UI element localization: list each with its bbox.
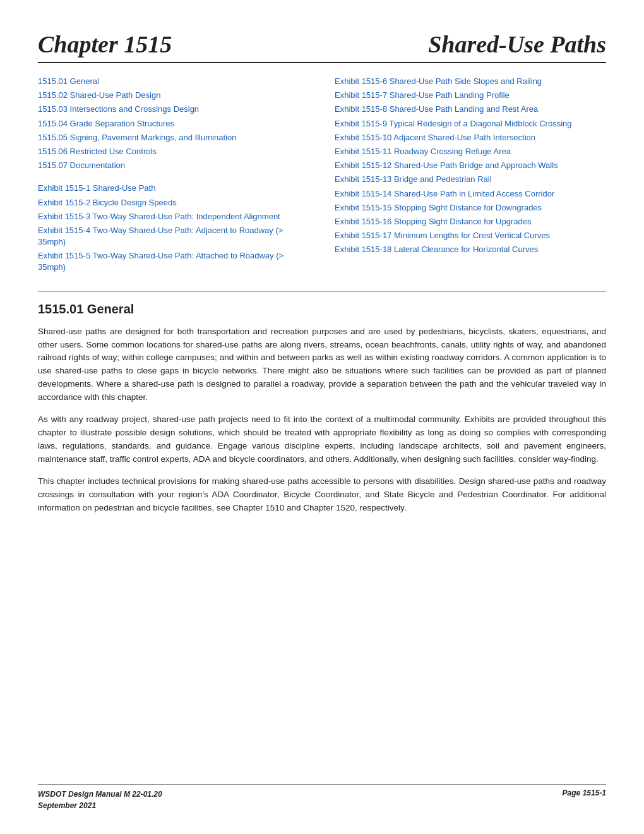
page: Chapter 1515 Shared-Use Paths 1515.01 Ge… <box>0 0 644 834</box>
toc-exhibit-1[interactable]: Exhibit 1515-1 Shared-Use Path <box>38 183 309 194</box>
toc-section: 1515.01 General 1515.02 Shared-Use Path … <box>38 76 606 276</box>
toc-exhibit-17[interactable]: Exhibit 1515-17 Minimum Lengths for Cres… <box>335 230 606 241</box>
page-header: Chapter 1515 Shared-Use Paths <box>38 30 606 63</box>
toc-exhibit-14[interactable]: Exhibit 1515-14 Shared-Use Path in Limit… <box>335 188 606 200</box>
page-footer: WSDOT Design Manual M 22-01.20 September… <box>38 784 606 811</box>
chapter-label: Chapter 1515 <box>38 30 172 58</box>
toc-exhibit-4[interactable]: Exhibit 1515-4 Two-Way Shared-Use Path: … <box>38 225 309 248</box>
toc-exhibit-9[interactable]: Exhibit 1515-9 Typical Redesign of a Dia… <box>335 118 606 130</box>
toc-exhibit-7[interactable]: Exhibit 1515-7 Shared-Use Path Landing P… <box>335 90 606 101</box>
toc-item-1515-07[interactable]: 1515.07 Documentation <box>38 160 309 171</box>
toc-exhibit-6[interactable]: Exhibit 1515-6 Shared-Use Path Side Slop… <box>335 76 606 87</box>
section-divider <box>38 291 606 292</box>
toc-exhibit-2[interactable]: Exhibit 1515-2 Bicycle Design Speeds <box>38 197 309 208</box>
toc-exhibit-15[interactable]: Exhibit 1515-15 Stopping Sight Distance … <box>335 202 606 214</box>
toc-exhibit-18[interactable]: Exhibit 1515-18 Lateral Clearance for Ho… <box>335 244 606 255</box>
toc-left-col: 1515.01 General 1515.02 Shared-Use Path … <box>38 76 309 276</box>
toc-item-1515-04[interactable]: 1515.04 Grade Separation Structures <box>38 118 309 130</box>
footer-manual: WSDOT Design Manual M 22-01.20 <box>38 789 162 800</box>
toc-item-1515-03[interactable]: 1515.03 Intersections and Crossings Desi… <box>38 104 309 115</box>
toc-item-1515-01[interactable]: 1515.01 General <box>38 76 309 87</box>
toc-exhibit-10[interactable]: Exhibit 1515-10 Adjacent Shared-Use Path… <box>335 132 606 143</box>
footer-date: September 2021 <box>38 800 162 811</box>
body-paragraph-3: This chapter includes technical provisio… <box>38 475 606 515</box>
body-paragraph-1: Shared-use paths are designed for both t… <box>38 325 606 405</box>
toc-item-1515-02[interactable]: 1515.02 Shared-Use Path Design <box>38 90 309 101</box>
toc-exhibit-5[interactable]: Exhibit 1515-5 Two-Way Shared-Use Path: … <box>38 250 309 273</box>
toc-exhibit-11[interactable]: Exhibit 1515-11 Roadway Crossing Refuge … <box>335 146 606 157</box>
toc-right-col: Exhibit 1515-6 Shared-Use Path Side Slop… <box>335 76 606 276</box>
toc-exhibit-13[interactable]: Exhibit 1515-13 Bridge and Pedestrian Ra… <box>335 174 606 185</box>
toc-item-1515-05[interactable]: 1515.05 Signing, Pavement Markings, and … <box>38 132 309 143</box>
section-heading: 1515.01 General <box>38 302 606 317</box>
toc-exhibit-8[interactable]: Exhibit 1515-8 Shared-Use Path Landing a… <box>335 104 606 115</box>
toc-item-1515-06[interactable]: 1515.06 Restricted Use Controls <box>38 146 309 157</box>
toc-exhibit-3[interactable]: Exhibit 1515-3 Two-Way Shared-Use Path: … <box>38 211 309 222</box>
footer-page: Page 1515-1 <box>563 789 606 797</box>
footer-left: WSDOT Design Manual M 22-01.20 September… <box>38 789 162 811</box>
body-paragraph-2: As with any roadway project, shared-use … <box>38 413 606 466</box>
toc-exhibit-12[interactable]: Exhibit 1515-12 Shared-Use Path Bridge a… <box>335 160 606 171</box>
toc-exhibit-16[interactable]: Exhibit 1515-16 Stopping Sight Distance … <box>335 216 606 227</box>
chapter-title: Shared-Use Paths <box>428 30 606 58</box>
